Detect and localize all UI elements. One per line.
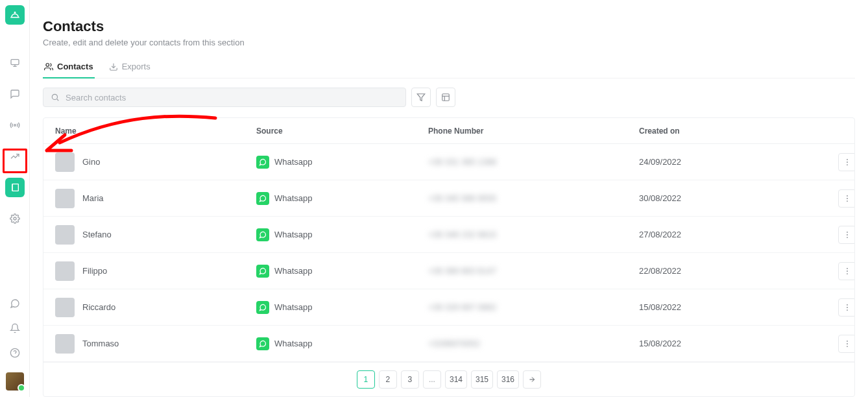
chat-icon bbox=[10, 89, 20, 99]
whatsapp-badge bbox=[256, 337, 269, 350]
whatsapp-badge bbox=[256, 156, 269, 169]
source-label: Whatsapp bbox=[274, 230, 313, 239]
filter-button[interactable] bbox=[411, 88, 431, 107]
svg-point-32 bbox=[847, 346, 848, 347]
nav-settings[interactable] bbox=[5, 209, 25, 228]
svg-point-21 bbox=[847, 231, 848, 232]
tab-contacts[interactable]: Contacts bbox=[43, 58, 95, 78]
table-row[interactable]: GinoWhatsapp+39 331 365 138824/09/2022 bbox=[43, 144, 854, 180]
svg-point-22 bbox=[847, 234, 848, 235]
whatsapp-badge bbox=[256, 192, 269, 205]
trend-icon bbox=[10, 151, 20, 162]
nav-broadcast[interactable] bbox=[5, 115, 25, 135]
created-date: 22/08/2022 bbox=[639, 266, 827, 276]
svg-point-23 bbox=[847, 237, 848, 238]
table-row[interactable]: RiccardoWhatsapp+39 329 697 088215/08/20… bbox=[43, 289, 854, 326]
tab-exports-label: Exports bbox=[122, 62, 151, 71]
whatsapp-icon bbox=[10, 298, 20, 309]
table-row[interactable]: FilippoWhatsapp+39 369 663 614722/08/202… bbox=[43, 253, 854, 289]
page-next[interactable] bbox=[523, 370, 541, 389]
contact-name: Filippo bbox=[82, 266, 107, 276]
search-input[interactable] bbox=[43, 88, 406, 107]
avatar bbox=[55, 298, 75, 317]
row-menu-button[interactable] bbox=[838, 226, 854, 244]
users-icon bbox=[44, 62, 53, 71]
arrow-right-icon bbox=[528, 376, 536, 383]
source-label: Whatsapp bbox=[274, 266, 313, 276]
source-label: Whatsapp bbox=[274, 157, 313, 167]
svg-rect-3 bbox=[12, 184, 18, 191]
svg-point-0 bbox=[14, 12, 16, 14]
phone-number: +39 345 586 9555 bbox=[428, 193, 639, 203]
page-315[interactable]: 315 bbox=[471, 370, 493, 389]
page-subtitle: Create, edit and delete your contacts fr… bbox=[43, 38, 855, 47]
avatar bbox=[55, 225, 75, 245]
page-3[interactable]: 3 bbox=[401, 370, 419, 389]
page-2[interactable]: 2 bbox=[379, 370, 397, 389]
page-314[interactable]: 314 bbox=[445, 370, 467, 389]
contact-name: Maria bbox=[82, 193, 104, 203]
svg-point-17 bbox=[847, 164, 848, 165]
logo[interactable] bbox=[5, 5, 25, 25]
book-icon bbox=[10, 182, 20, 193]
row-menu-button[interactable] bbox=[838, 153, 854, 171]
whatsapp-badge bbox=[256, 301, 269, 314]
page-title: Contacts bbox=[43, 18, 855, 35]
contact-name: Tommaso bbox=[82, 339, 119, 348]
svg-point-18 bbox=[847, 195, 848, 196]
svg-point-24 bbox=[847, 267, 848, 269]
source-label: Whatsapp bbox=[274, 193, 313, 203]
download-icon bbox=[109, 62, 118, 71]
bell-icon bbox=[10, 323, 20, 333]
col-source: Source bbox=[256, 126, 428, 136]
svg-point-29 bbox=[847, 309, 848, 311]
row-menu-button[interactable] bbox=[838, 298, 854, 317]
nav-help[interactable] bbox=[10, 348, 20, 361]
nav-notifications[interactable] bbox=[10, 323, 20, 336]
svg-point-25 bbox=[847, 271, 848, 272]
avatar bbox=[55, 334, 75, 354]
table-row[interactable]: MariaWhatsapp+39 345 586 955530/08/2022 bbox=[43, 180, 854, 217]
columns-button[interactable] bbox=[436, 88, 455, 107]
svg-marker-11 bbox=[417, 94, 425, 101]
phone-number: +39 329 697 0882 bbox=[428, 302, 639, 312]
whatsapp-badge bbox=[256, 228, 269, 241]
nav-trends[interactable] bbox=[5, 147, 25, 166]
contact-name: Gino bbox=[82, 157, 100, 167]
table-row[interactable]: StefanoWhatsapp+39 349 232 981527/08/202… bbox=[43, 217, 854, 253]
row-menu-button[interactable] bbox=[838, 189, 854, 208]
svg-rect-12 bbox=[442, 94, 450, 101]
avatar bbox=[55, 152, 75, 172]
svg-point-20 bbox=[847, 200, 848, 202]
table-row[interactable]: TommasoWhatsapp+329697005215/08/2022 bbox=[43, 326, 854, 362]
nav-whatsapp[interactable] bbox=[10, 298, 20, 311]
page-1[interactable]: 1 bbox=[357, 370, 375, 389]
row-menu-button[interactable] bbox=[838, 335, 854, 353]
nav-chat[interactable] bbox=[5, 84, 25, 104]
svg-point-26 bbox=[847, 273, 848, 274]
phone-number: +39 349 232 9815 bbox=[428, 230, 639, 239]
row-menu-button[interactable] bbox=[838, 262, 854, 280]
layout-icon bbox=[441, 93, 450, 102]
svg-point-4 bbox=[14, 217, 16, 220]
gear-icon bbox=[10, 213, 20, 224]
svg-point-30 bbox=[847, 340, 848, 341]
search-icon bbox=[51, 93, 60, 102]
user-avatar[interactable] bbox=[6, 372, 24, 391]
whatsapp-badge bbox=[256, 265, 269, 278]
nav-contacts[interactable] bbox=[5, 178, 25, 197]
col-created: Created on bbox=[639, 126, 827, 136]
svg-rect-1 bbox=[11, 60, 19, 65]
col-name: Name bbox=[55, 126, 256, 136]
tab-exports[interactable]: Exports bbox=[108, 58, 152, 78]
avatar bbox=[55, 189, 75, 208]
page-316[interactable]: 316 bbox=[497, 370, 519, 389]
help-icon bbox=[10, 348, 20, 358]
filter-icon bbox=[416, 93, 426, 102]
svg-point-27 bbox=[847, 304, 848, 305]
tab-contacts-label: Contacts bbox=[57, 62, 93, 71]
avatar bbox=[55, 261, 75, 281]
svg-point-9 bbox=[52, 94, 57, 99]
nav-monitor[interactable] bbox=[5, 53, 25, 73]
created-date: 24/09/2022 bbox=[639, 157, 827, 167]
